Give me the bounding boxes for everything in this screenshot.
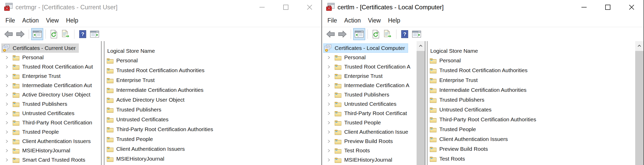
minimize-button[interactable] — [250, 0, 274, 14]
list-item[interactable]: Client Authentication Issuers — [430, 134, 635, 144]
chevron-right-icon[interactable] — [5, 65, 12, 69]
mmc-toolbox-icon[interactable] — [326, 3, 335, 12]
list-item[interactable]: Trusted Publishers — [106, 105, 321, 115]
menu-item[interactable]: Action — [19, 17, 42, 24]
chevron-right-icon[interactable] — [5, 93, 12, 97]
tree-item[interactable]: Personal — [322, 53, 417, 62]
close-button[interactable] — [620, 0, 643, 14]
chevron-right-icon[interactable] — [327, 139, 334, 144]
chevron-right-icon[interactable] — [5, 121, 12, 125]
chevron-right-icon[interactable] — [327, 55, 334, 60]
chevron-right-icon[interactable] — [327, 102, 334, 106]
list-item[interactable]: Personal — [430, 56, 635, 65]
column-header-logical-store-name[interactable]: Logical Store Name — [106, 46, 321, 56]
list-item[interactable]: Test Roots — [430, 154, 635, 164]
tree-item[interactable]: Intermediate Certification Aut — [0, 81, 101, 90]
chevron-right-icon[interactable] — [327, 148, 334, 153]
chevron-right-icon[interactable] — [5, 111, 12, 116]
tree-root-certificates-local-computer[interactable]: Certificates - Local Computer — [322, 43, 417, 53]
show-hide-action-pane-icon[interactable] — [411, 28, 423, 40]
help-icon[interactable] — [77, 28, 89, 40]
list-item[interactable]: Third-Party Root Certification Authoriti… — [106, 124, 321, 134]
tree-item[interactable]: Client Authentication Issuers — [0, 137, 101, 146]
chevron-right-icon[interactable] — [327, 158, 334, 162]
pane-divider[interactable] — [425, 41, 425, 165]
menu-item[interactable]: File — [324, 17, 341, 24]
tree-item[interactable]: Trusted People — [0, 127, 101, 137]
chevron-right-icon[interactable] — [5, 158, 12, 162]
tree-item[interactable]: Enterprise Trust — [322, 71, 417, 81]
tree-item[interactable]: Personal — [0, 53, 101, 62]
list-item[interactable]: MSIEHistoryJournal — [106, 154, 321, 164]
tree-item[interactable]: Trusted Root Certification Aut — [0, 62, 101, 71]
help-icon[interactable] — [399, 28, 411, 40]
list-item[interactable]: Trusted People — [430, 124, 635, 134]
tree-root-certificates-current-user[interactable]: Certificates - Current User — [0, 43, 101, 53]
list-item[interactable]: Intermediate Certification Authorities — [430, 85, 635, 95]
menu-item[interactable]: View — [364, 17, 384, 24]
show-hide-console-tree-icon[interactable] — [353, 28, 365, 40]
tree-item[interactable]: Trusted People — [322, 118, 417, 127]
list-item[interactable]: Untrusted Certificates — [430, 105, 635, 115]
chevron-right-icon[interactable] — [327, 65, 334, 69]
list-item[interactable]: Preview Build Roots — [430, 144, 635, 154]
chevron-right-icon[interactable] — [5, 83, 12, 88]
tree-item[interactable]: Third-Party Root Certificat — [322, 109, 417, 118]
list-item[interactable]: Client Authentication Issuers — [106, 144, 321, 154]
menu-item[interactable]: File — [2, 17, 19, 24]
list-item[interactable]: Untrusted Certificates — [106, 115, 321, 124]
maximize-button[interactable] — [274, 0, 298, 14]
tree-item[interactable]: Trusted Publishers — [0, 99, 101, 109]
tree-item[interactable]: Smart Card Trusted Roots — [0, 155, 101, 164]
forward-arrow-icon[interactable] — [14, 28, 26, 40]
tree-item[interactable]: MSIEHistoryJournal — [0, 146, 101, 155]
menu-item[interactable]: Action — [341, 17, 364, 24]
chevron-right-icon[interactable] — [327, 130, 334, 134]
tree-item[interactable]: Client Authentication Issue — [322, 127, 417, 137]
scroll-up-icon[interactable] — [635, 41, 643, 50]
scroll-up-icon[interactable] — [417, 41, 425, 50]
tree-item[interactable]: Trusted Root Certification A — [322, 62, 417, 71]
chevron-right-icon[interactable] — [327, 93, 334, 97]
tree-item[interactable]: Intermediate Certification A — [322, 81, 417, 90]
chevron-right-icon[interactable] — [5, 130, 12, 134]
chevron-right-icon[interactable] — [327, 111, 334, 116]
list-item[interactable]: Active Directory User Object — [106, 95, 321, 105]
list-item[interactable]: Third-Party Root Certification Authoriti… — [430, 115, 635, 124]
export-list-icon[interactable] — [60, 28, 72, 40]
close-button[interactable] — [298, 0, 321, 14]
list-item[interactable]: Trusted Root Certification Authorities — [106, 65, 321, 75]
show-hide-console-tree-icon[interactable] — [31, 28, 43, 40]
tree-item[interactable]: Preview Build Roots — [322, 137, 417, 146]
list-item[interactable]: Trusted Publishers — [430, 95, 635, 105]
scrollbar-thumb[interactable] — [417, 51, 425, 165]
back-arrow-icon[interactable] — [3, 28, 14, 40]
list-item[interactable]: Enterprise Trust — [106, 75, 321, 85]
scrollbar-thumb[interactable] — [635, 51, 643, 165]
menu-item[interactable]: Help — [62, 17, 82, 24]
chevron-right-icon[interactable] — [327, 121, 334, 125]
chevron-right-icon[interactable] — [5, 148, 12, 153]
list-scrollbar[interactable] — [635, 41, 643, 165]
list-item[interactable]: Enterprise Trust — [430, 75, 635, 85]
chevron-right-icon[interactable] — [5, 102, 12, 106]
refresh-icon[interactable] — [370, 28, 382, 40]
tree-item[interactable]: Trusted Publishers — [322, 90, 417, 99]
titlebar[interactable]: certlm - [Certificates - Local Computer] — [322, 0, 643, 14]
tree-item[interactable]: Untrusted Certificates — [322, 99, 417, 109]
minimize-button[interactable] — [572, 0, 596, 14]
list-item[interactable]: Trusted Root Certification Authorities — [430, 65, 635, 75]
tree-scrollbar[interactable] — [417, 41, 425, 165]
show-hide-action-pane-icon[interactable] — [89, 28, 101, 40]
chevron-right-icon[interactable] — [327, 83, 334, 88]
back-arrow-icon[interactable] — [325, 28, 336, 40]
forward-arrow-icon[interactable] — [336, 28, 348, 40]
refresh-icon[interactable] — [48, 28, 60, 40]
maximize-button[interactable] — [596, 0, 620, 14]
menu-item[interactable]: View — [42, 17, 62, 24]
chevron-right-icon[interactable] — [5, 139, 12, 144]
titlebar[interactable]: certmgr - [Certificates - Current User] — [0, 0, 321, 14]
tree-item[interactable]: Third-Party Root Certification — [0, 118, 101, 127]
tree-item[interactable]: MSIEHistoryJournal — [322, 155, 417, 164]
chevron-right-icon[interactable] — [5, 74, 12, 78]
